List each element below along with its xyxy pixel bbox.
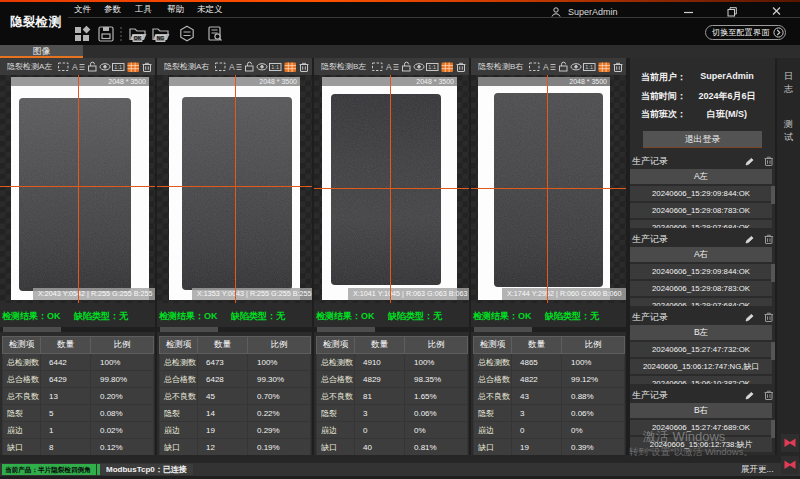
svg-text:1:1: 1:1 [114, 64, 122, 70]
svg-text:A: A [543, 62, 549, 72]
svg-text:1:1: 1:1 [585, 64, 593, 70]
svg-text:SuperAdmin: SuperAdmin [568, 7, 618, 17]
svg-text:OK: OK [134, 35, 142, 41]
svg-text:A: A [72, 62, 78, 72]
svg-text:NG: NG [157, 35, 165, 41]
svg-text:A: A [386, 62, 392, 72]
svg-text:1:1: 1:1 [428, 64, 436, 70]
svg-text:1:1: 1:1 [271, 64, 279, 70]
svg-text:A: A [229, 62, 235, 72]
